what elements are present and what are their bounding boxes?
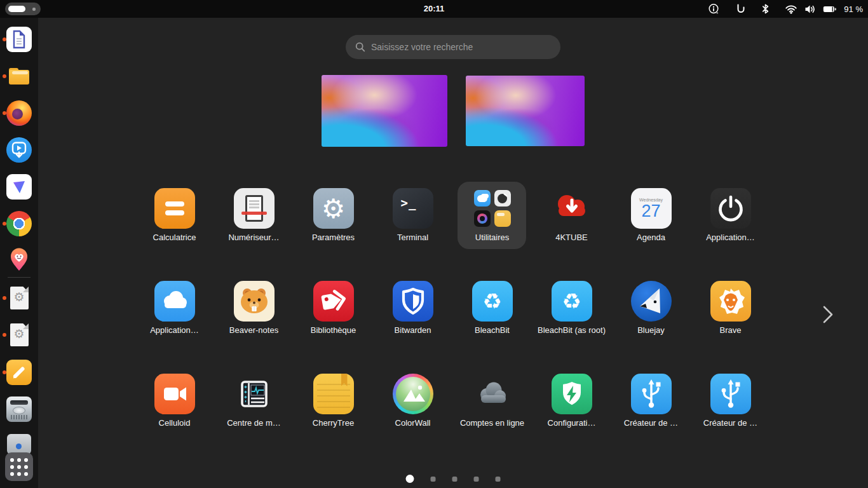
next-page-button[interactable] — [818, 302, 836, 327]
dock-item-notes-pencil[interactable] — [6, 360, 32, 385]
activities-overview: Calculatrice Numériseur… ⚙ Paramètres >_… — [38, 18, 868, 488]
recycle-icon: ♻ — [472, 281, 513, 322]
app-label: Agenda — [637, 233, 665, 243]
dock-item-files[interactable] — [6, 64, 32, 89]
workspace-thumbnail-1[interactable] — [322, 75, 447, 147]
camera-lens-mini-icon — [474, 210, 491, 227]
calculator-icon — [154, 188, 195, 229]
app-label: Centre de m… — [227, 418, 281, 428]
calendar-day: 27 — [641, 202, 660, 220]
app-bleachbit[interactable]: ♻ BleachBit — [452, 274, 532, 367]
page-dot-4[interactable] — [474, 477, 479, 482]
app-label: Brave — [720, 325, 742, 336]
video-download-icon — [6, 137, 32, 163]
running-indicator — [3, 370, 6, 374]
app-label: Numériseur… — [228, 233, 279, 243]
app-colorwall[interactable]: ColorWall — [373, 367, 452, 460]
notebook-icon — [313, 374, 354, 414]
video-camera-icon — [154, 374, 195, 414]
app-beaver-notes[interactable]: Beaver-notes — [214, 274, 294, 367]
workspace-thumbnails — [38, 75, 868, 147]
grid-icon — [10, 458, 28, 476]
firefox-icon — [6, 100, 32, 126]
app-bibliotheque[interactable]: Bibliothèque — [294, 274, 373, 367]
libreoffice-document-icon — [6, 27, 32, 52]
app-label: Configurati… — [548, 418, 596, 428]
settings-gear-icon: ⚙ — [313, 188, 354, 229]
app-label: ColorWall — [395, 418, 431, 428]
folder-icon — [6, 64, 32, 89]
dock-item-settings-document-2[interactable]: ⚙ — [6, 322, 32, 348]
bluetooth-icon — [761, 3, 770, 15]
app-label: Comptes en ligne — [460, 418, 524, 428]
workspace-indicator[interactable] — [5, 3, 41, 15]
page-dot-1[interactable] — [406, 475, 414, 483]
active-workspace-pill — [8, 6, 25, 12]
app-label: Calculatrice — [153, 233, 196, 243]
shield-icon — [393, 281, 433, 322]
map-pin-heart-icon — [6, 247, 32, 273]
app-configuration[interactable]: Configurati… — [532, 367, 611, 460]
app-label: 4KTUBE — [555, 233, 588, 243]
app-createur-de-2[interactable]: Créateur de … — [691, 367, 770, 460]
system-status-area[interactable]: 91 % — [708, 0, 863, 18]
app-4ktube[interactable]: 4KTUBE — [532, 182, 611, 274]
dock-item-scanner[interactable] — [6, 396, 32, 422]
clock[interactable]: 20:11 — [424, 0, 445, 18]
page-dot-3[interactable] — [452, 477, 458, 482]
app-terminal[interactable]: >_ Terminal — [373, 182, 452, 274]
app-createur-de-1[interactable]: Créateur de … — [611, 367, 691, 460]
dock-item-video-downloader[interactable] — [6, 137, 32, 163]
show-applications-button[interactable] — [5, 452, 33, 481]
chrome-icon — [6, 211, 32, 236]
app-label: BleachBit — [475, 325, 510, 336]
gradient-triangle-icon — [6, 174, 32, 200]
wifi-icon — [785, 4, 797, 14]
usb-icon — [710, 374, 751, 414]
chevron-right-icon — [818, 302, 836, 327]
dock-item-settings-document-1[interactable]: ⚙ — [6, 285, 32, 311]
search-bar[interactable] — [346, 35, 560, 59]
app-brave[interactable]: Brave — [691, 274, 770, 367]
yellow-notes-mini-icon — [494, 210, 511, 227]
folder-utilitaires[interactable]: Utilitaires — [452, 182, 532, 274]
app-label: Créateur de … — [703, 418, 757, 428]
app-application-cloud[interactable]: Application… — [135, 274, 214, 367]
search-input[interactable] — [371, 42, 551, 52]
workspace-thumbnail-2[interactable] — [466, 76, 585, 146]
blue-cloud-icon — [154, 281, 195, 322]
page-dot-5[interactable] — [496, 477, 501, 482]
app-celluloid[interactable]: Celluloid — [135, 367, 214, 460]
app-application-power[interactable]: Application… — [691, 182, 770, 274]
network-volume-battery-cluster: 91 % — [785, 4, 863, 14]
beaver-icon — [234, 281, 275, 322]
app-label: Beaver-notes — [229, 325, 278, 336]
app-calculatrice[interactable]: Calculatrice — [135, 182, 214, 274]
app-bitwarden[interactable]: Bitwarden — [373, 274, 452, 367]
app-label: Bibliothèque — [311, 325, 356, 336]
dock-item-prism-app[interactable] — [6, 174, 32, 200]
app-numeriseur[interactable]: Numériseur… — [214, 182, 294, 274]
page-dot-2[interactable] — [431, 477, 436, 482]
app-agenda[interactable]: Wednesday 27 Agenda — [611, 182, 691, 274]
dock-item-firefox[interactable] — [6, 100, 32, 126]
terminal-icon: >_ — [393, 188, 433, 229]
dock-item-chrome[interactable] — [6, 211, 32, 236]
app-label: Celluloid — [159, 418, 191, 428]
app-bleachbit-root[interactable]: ♻ BleachBit (as root) — [532, 274, 611, 367]
grey-cloud-icon — [472, 374, 513, 414]
app-grid: Calculatrice Numériseur… ⚙ Paramètres >_… — [135, 182, 770, 460]
app-comptes-en-ligne[interactable]: Comptes en ligne — [452, 367, 532, 460]
app-centre-de-monitoring[interactable]: Centre de m… — [214, 367, 294, 460]
app-label: Application… — [150, 325, 199, 336]
app-parametres[interactable]: ⚙ Paramètres — [294, 182, 373, 274]
usb-icon — [631, 374, 672, 414]
document-gear-icon: ⚙ — [6, 322, 32, 348]
dock-item-pin-heart[interactable] — [6, 247, 32, 273]
app-bluejay[interactable]: Bluejay — [611, 274, 691, 367]
volume-icon — [804, 4, 816, 14]
app-label: Terminal — [397, 233, 428, 243]
folder-label: Utilitaires — [475, 233, 509, 243]
dock-item-libreoffice[interactable] — [6, 27, 32, 52]
app-cherrytree[interactable]: CherryTree — [294, 367, 373, 460]
